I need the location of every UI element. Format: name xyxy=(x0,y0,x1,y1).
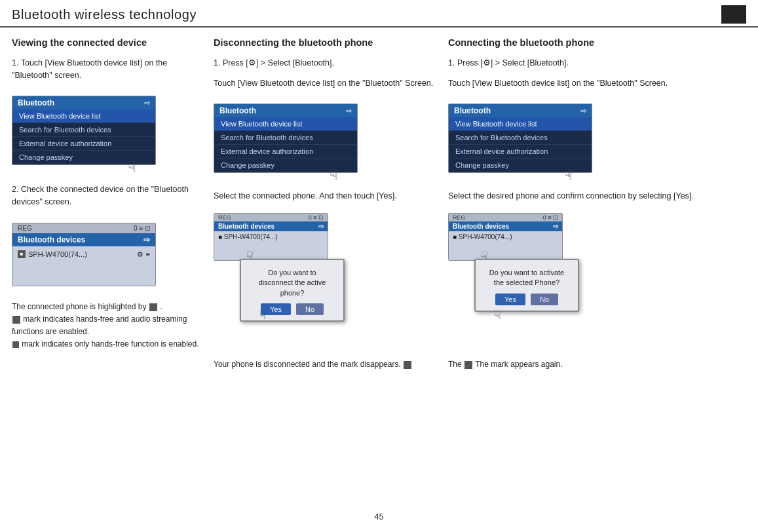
connect-composite: REG 0 ≡ ⊡ Bluetooth devices ⇨ ■ SPH-W470… xyxy=(448,213,605,344)
bt-screen-mock-connect: Bluetooth ⇨ View Bluetooth device list S… xyxy=(448,104,592,173)
status-icons: 0 ≡ ⊡ xyxy=(134,225,150,232)
reg-label-d: REG xyxy=(218,214,231,221)
step-connect-2: Touch [View Bluetooth device list] on th… xyxy=(448,77,746,90)
bt-screen-mock-disconnect: Bluetooth ⇨ View Bluetooth device list S… xyxy=(214,104,358,173)
note-the: The xyxy=(448,360,464,369)
step-d1-num: 1. xyxy=(214,58,220,67)
bt-screen-header: Bluetooth ⇨ xyxy=(12,96,155,109)
bt-devices-back-icon: ⇨ xyxy=(143,235,150,244)
bt-menu-c: View Bluetooth device list Search for Bl… xyxy=(449,117,592,172)
bt-title-c: Bluetooth xyxy=(454,106,491,115)
heading-viewing: Viewing the connected device xyxy=(12,37,202,49)
col-viewing: Viewing the connected device 1. Touch [V… xyxy=(12,37,202,371)
step-c1-text: Press [⚙] > Select [Bluetooth]. xyxy=(457,58,569,67)
disconnect-composite: REG 0 ≡ ⊡ Bluetooth devices ⇨ ■ SPH-W470… xyxy=(214,213,371,344)
step-connect-1: 1. Press [⚙] > Select [Bluetooth]. xyxy=(448,57,746,69)
bt-menu-item-1: View Bluetooth device list xyxy=(12,109,155,123)
status-icons-c: 0 ≡ ⊡ xyxy=(543,214,558,221)
device-name: SPH-W4700(74...) xyxy=(28,250,87,258)
heading-disconnecting: Disconnecting the bluetooth phone xyxy=(214,37,436,49)
step-num-2: 2. xyxy=(12,185,18,194)
step-connect-3: Select the desired phone and confirm con… xyxy=(448,190,746,202)
bt-screen-viewing: Bluetooth ⇨ View Bluetooth device list S… xyxy=(12,92,156,169)
step-d2-text: Touch [View Bluetooth device list] on th… xyxy=(214,79,433,88)
bt-devices-viewing: REG 0 ≡ ⊡ Bluetooth devices ⇨ ■ SPH-W470… xyxy=(12,219,156,290)
bt-devices-top-bar: REG 0 ≡ ⊡ xyxy=(12,223,155,233)
bt-menu-d: View Bluetooth device list Search for Bl… xyxy=(214,117,357,172)
reg-label-c: REG xyxy=(453,214,466,221)
note-period: . xyxy=(160,302,162,311)
page-number: 45 xyxy=(0,505,758,527)
step-c2-text: Touch [View Bluetooth device list] on th… xyxy=(448,79,668,88)
bt-devices-mock-viewing: REG 0 ≡ ⊡ Bluetooth devices ⇨ ■ SPH-W470… xyxy=(12,223,156,286)
step-disconnect-2: Touch [View Bluetooth device list] on th… xyxy=(214,77,436,90)
step-d3-text: Select the connected phone. And then tou… xyxy=(214,191,397,200)
status-icons-d: 0 ≡ ⊡ xyxy=(309,214,324,221)
step-viewing-2: 2. Check the connected device on the "Bl… xyxy=(12,183,202,208)
page-num-value: 45 xyxy=(374,512,383,522)
bt-menu-item-c3: External device authorization xyxy=(449,145,592,159)
small-devices-disconnect: REG 0 ≡ ⊡ Bluetooth devices ⇨ ■ SPH-W470… xyxy=(214,213,328,261)
dialog-no-d[interactable]: No xyxy=(296,303,324,315)
connect-dialog: Do you want to activate the selected Pho… xyxy=(474,259,579,312)
dialog-no-c[interactable]: No xyxy=(531,294,558,305)
device-settings-icon: ⚙ xyxy=(137,250,143,259)
ibox-icon-2 xyxy=(12,316,20,324)
dialog-text-d: Do you want to disconnect the active pho… xyxy=(250,268,334,298)
note-text-1: The connected phone is highlighted by xyxy=(12,302,146,311)
step-viewing-1: 1. Touch [View Bluetooth device list] on… xyxy=(12,57,202,82)
disconnect-dialog: Do you want to disconnect the active pho… xyxy=(240,259,345,322)
small-devices-title: Bluetooth devices xyxy=(218,223,275,230)
small-device-name-c: SPH-W4700(74...) xyxy=(459,233,512,240)
content-area: Viewing the connected device 1. Touch [V… xyxy=(0,28,758,377)
bt-back-icon-c: ⇨ xyxy=(580,107,586,115)
small-device-row: ■ SPH-W4700(74...) xyxy=(218,233,324,240)
bt-menu-item-c4: Change passkey xyxy=(449,159,592,172)
bt-menu-item-c1: View Bluetooth device list xyxy=(449,117,592,131)
bt-menu-item-d4: Change passkey xyxy=(214,159,357,172)
dialog-text-c: Do you want to activate the selected Pho… xyxy=(485,268,569,288)
small-devices-back-c: ⇨ xyxy=(553,223,558,230)
bt-screen-connect: Bluetooth ⇨ View Bluetooth device list S… xyxy=(448,100,592,177)
dialog-yes-d[interactable]: Yes xyxy=(261,303,291,315)
note-viewing: The connected phone is highlighted by . … xyxy=(12,301,202,351)
bt-screen-header-d: Bluetooth ⇨ xyxy=(214,104,357,117)
small-devices-top-c: REG 0 ≡ ⊡ xyxy=(449,214,562,221)
step-d1-text: Press [⚙] > Select [Bluetooth]. xyxy=(223,58,334,67)
small-devices-body: ■ SPH-W4700(74...) xyxy=(214,231,328,260)
small-devices-title-c: Bluetooth devices xyxy=(453,223,509,230)
dialog-buttons-d: Yes No xyxy=(250,303,334,315)
note-text-2: mark indicates hands-free and audio stre… xyxy=(12,314,187,336)
device-list-icon: ≡ xyxy=(146,250,150,258)
bt-title: Bluetooth xyxy=(18,98,54,107)
note-disconnect-text: Your phone is disconnected and the mark … xyxy=(214,360,401,369)
step-disconnect-3: Select the connected phone. And then tou… xyxy=(214,190,436,202)
col-disconnecting: Disconnecting the bluetooth phone 1. Pre… xyxy=(214,37,436,371)
bt-menu-item-c2: Search for Bluetooth devices xyxy=(449,131,592,145)
dialog-yes-c[interactable]: Yes xyxy=(495,294,525,305)
step-disconnect-1: 1. Press [⚙] > Select [Bluetooth]. xyxy=(214,57,436,69)
note-connect-text: The mark appears again. xyxy=(475,360,562,369)
note-text-3: mark indicates only hands-free function … xyxy=(22,339,199,349)
bt-screen-header-c: Bluetooth ⇨ xyxy=(449,104,592,117)
ibox-icon-3 xyxy=(12,341,19,348)
small-device-name: SPH-W4700(74...) xyxy=(224,233,278,240)
bt-devices-header: Bluetooth devices ⇨ xyxy=(12,233,155,246)
bt-menu: View Bluetooth device list Search for Bl… xyxy=(12,109,155,164)
bt-menu-item-d1: View Bluetooth device list xyxy=(214,117,357,131)
bt-menu-item-d3: External device authorization xyxy=(214,145,357,159)
col-connecting: Connecting the bluetooth phone 1. Press … xyxy=(448,37,746,371)
bt-screen-mock-viewing: Bluetooth ⇨ View Bluetooth device list S… xyxy=(12,96,156,165)
dialog-buttons-c: Yes No xyxy=(485,294,569,305)
small-device-icon-c: ■ xyxy=(453,233,457,240)
step-text-1: Touch [View Bluetooth device list] on th… xyxy=(12,58,167,80)
small-devices-back: ⇨ xyxy=(318,223,324,230)
bt-menu-item-d2: Search for Bluetooth devices xyxy=(214,131,357,145)
header-decoration xyxy=(721,5,746,24)
heading-connecting: Connecting the bluetooth phone xyxy=(448,37,746,49)
device-icon: ■ xyxy=(18,250,26,258)
small-devices-header-c: Bluetooth devices ⇨ xyxy=(449,221,562,231)
ibox-connect xyxy=(464,361,472,369)
step-text-2: Check the connected device on the "Bluet… xyxy=(12,185,189,206)
page-header: Bluetooth wireless technology xyxy=(0,0,758,28)
